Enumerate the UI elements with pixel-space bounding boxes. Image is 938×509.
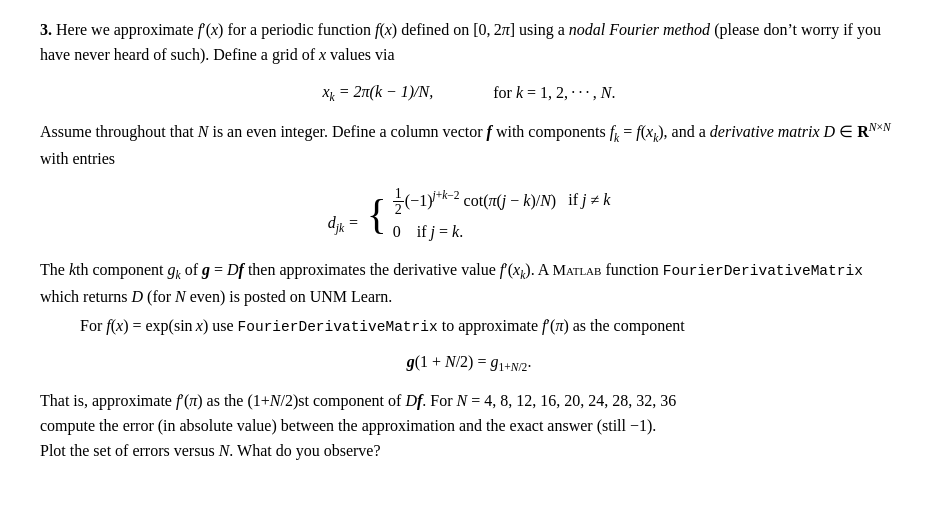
frac-denominator: 2	[393, 202, 404, 217]
djk-formula: djk = { 1 2 (−1)j+k−2 cot(π(j − k)/N) if…	[40, 186, 898, 244]
g-display-formula: g(1 + N/2) = g1+N/2.	[40, 350, 898, 377]
djk-label: djk =	[328, 211, 359, 238]
problem-block: 3. Here we approximate f′(x) for a perio…	[40, 18, 898, 464]
paragraph-7: Plot the set of errors versus N. What do…	[40, 439, 898, 464]
function-name-1: FourierDerivativeMatrix	[663, 263, 863, 279]
paragraph-6: compute the error (in absolute value) be…	[40, 414, 898, 439]
paragraph-4: For f(x) = exp(sin x) use FourierDerivat…	[80, 314, 898, 339]
piecewise-expression: { 1 2 (−1)j+k−2 cot(π(j − k)/N) if j ≠ k…	[367, 186, 611, 244]
case2-expr: 0	[393, 220, 401, 244]
paragraph-3: The kth component gk of g = Df then appr…	[40, 258, 898, 310]
xk-formula: xk = 2π(k − 1)/N, for k = 1, 2, · · · , …	[40, 80, 898, 107]
paragraph-5: That is, approximate f′(π) as the (1+N/2…	[40, 389, 898, 414]
frac-numerator: 1	[393, 186, 404, 202]
paragraph-2: Assume throughout that N is an even inte…	[40, 119, 898, 172]
case2-cond: if j = k.	[417, 220, 463, 244]
piecewise-cases: 1 2 (−1)j+k−2 cot(π(j − k)/N) if j ≠ k 0…	[393, 186, 611, 244]
case-1: 1 2 (−1)j+k−2 cot(π(j − k)/N) if j ≠ k	[393, 186, 611, 218]
case1-cond: if j ≠ k	[568, 188, 610, 212]
problem-number: 3.	[40, 21, 52, 38]
intro-text: Here we approximate f′(x) for a periodic…	[40, 21, 881, 63]
brace-icon: {	[367, 194, 387, 236]
case-2: 0 if j = k.	[393, 220, 611, 244]
half-fraction: 1 2	[393, 186, 404, 218]
paragraph-1: 3. Here we approximate f′(x) for a perio…	[40, 18, 898, 68]
case1-expr: 1 2 (−1)j+k−2 cot(π(j − k)/N)	[393, 186, 556, 218]
matlab-label: Matlab	[552, 261, 601, 278]
function-name-2: FourierDerivativeMatrix	[238, 319, 438, 335]
xk-condition: for k = 1, 2, · · · , N.	[493, 81, 615, 106]
xk-expression: xk = 2π(k − 1)/N,	[323, 80, 434, 107]
